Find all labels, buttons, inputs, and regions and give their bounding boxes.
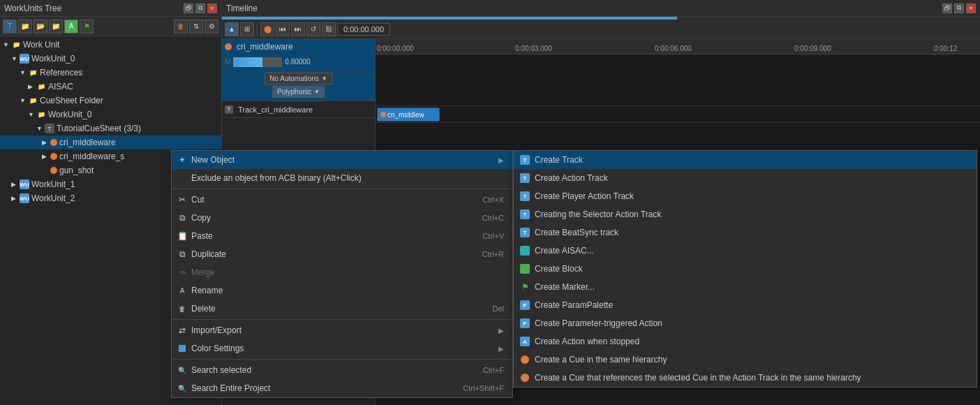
menu-item-exclude-label: Exclude an object from ACB binary (Alt+C… bbox=[191, 173, 362, 183]
create-marker-icon: ⚑ bbox=[519, 281, 530, 293]
submenu-label-create-aisac: Create AISAC... bbox=[535, 246, 594, 256]
import-export-arrow: ▶ bbox=[498, 327, 504, 334]
cue-ref-icon bbox=[519, 372, 530, 383]
selector-sq: T bbox=[520, 209, 530, 219]
menu-item-copy-label: Copy bbox=[191, 213, 211, 223]
submenu-label-action-track: Create Action Track bbox=[535, 173, 608, 183]
menu-item-cut-label: Cut bbox=[191, 195, 205, 205]
submenu-label-create-marker: Create Marker... bbox=[535, 282, 595, 292]
create-block-icon bbox=[519, 263, 530, 274]
submenu-item-cue-ref[interactable]: Create a Cue that references the selecte… bbox=[514, 369, 977, 387]
submenu: T Create Track T Create Action Track T C… bbox=[513, 150, 977, 388]
submenu-item-create-block[interactable]: Create Block bbox=[514, 260, 977, 278]
menu-item-cut[interactable]: Cut Ctrl+X bbox=[172, 191, 512, 209]
new-object-arrow: ▶ bbox=[498, 156, 504, 164]
aisac-sq bbox=[520, 246, 530, 256]
submenu-item-cue-same[interactable]: Create a Cue in the same hierarchy bbox=[514, 351, 977, 369]
color-settings-icon bbox=[177, 344, 187, 353]
color-settings-arrow: ▶ bbox=[498, 345, 504, 353]
cue-ref-dot bbox=[521, 374, 529, 382]
separator-1 bbox=[172, 189, 512, 189]
submenu-item-selector-action-track[interactable]: T Creating the Selector Action Track bbox=[514, 205, 977, 223]
menu-item-color-settings-label: Color Settings bbox=[191, 344, 244, 353]
context-menu: + New Object ▶ Exclude an object from AC… bbox=[171, 150, 513, 398]
menu-item-import-export[interactable]: ⇄ Import/Export ▶ bbox=[172, 321, 512, 339]
menu-item-new-object-label: New Object bbox=[191, 155, 235, 165]
search-entire-icon: 🔍 bbox=[177, 383, 187, 393]
beatsync-track-icon: T bbox=[519, 227, 530, 238]
submenu-label-param-triggered: Create Parameter-triggered Action bbox=[535, 318, 662, 328]
copy-icon bbox=[177, 213, 187, 223]
param-triggered-icon: P bbox=[519, 318, 530, 329]
menu-item-merge-label: Merge bbox=[191, 267, 215, 277]
submenu-item-create-marker[interactable]: ⚑ Create Marker... bbox=[514, 278, 977, 296]
cut-shortcut: Ctrl+X bbox=[482, 196, 504, 204]
cut-icon bbox=[177, 195, 187, 205]
paste-shortcut: Ctrl+V bbox=[482, 232, 504, 240]
duplicate-icon bbox=[177, 249, 187, 259]
menu-item-delete[interactable]: 🗑 Delete Del bbox=[172, 300, 512, 318]
menu-item-search-entire[interactable]: 🔍 Search Entire Project Ctrl+Shift+F bbox=[172, 379, 512, 397]
context-menu-overlay: + New Object ▶ Exclude an object from AC… bbox=[0, 0, 980, 405]
menu-item-rename[interactable]: A Rename bbox=[172, 281, 512, 300]
action-stopped-icon: A bbox=[519, 336, 530, 347]
menu-item-color-settings[interactable]: Color Settings ▶ bbox=[172, 339, 512, 358]
submenu-label-beatsync-track: Create BeatSync track bbox=[535, 228, 618, 237]
submenu-item-create-aisac[interactable]: Create AISAC... bbox=[514, 242, 977, 260]
paste-icon: 📋 bbox=[177, 231, 187, 241]
menu-item-duplicate[interactable]: Duplicate Ctrl+R bbox=[172, 245, 512, 263]
cue-same-dot bbox=[521, 355, 529, 364]
param-palette-sq: P bbox=[520, 300, 530, 310]
submenu-item-param-triggered[interactable]: P Create Parameter-triggered Action bbox=[514, 314, 977, 332]
submenu-label-create-block: Create Block bbox=[535, 264, 583, 274]
menu-item-merge: ⇒ Merge bbox=[172, 263, 512, 281]
menu-item-new-object[interactable]: + New Object ▶ bbox=[172, 151, 512, 169]
submenu-label-cue-ref: Create a Cue that references the selecte… bbox=[535, 373, 861, 383]
merge-icon: ⇒ bbox=[177, 267, 187, 277]
menu-item-copy[interactable]: Copy Ctrl+C bbox=[172, 209, 512, 227]
marker-flag-icon: ⚑ bbox=[521, 282, 529, 292]
search-selected-shortcut: Ctrl+F bbox=[483, 366, 504, 374]
menu-item-paste-label: Paste bbox=[191, 231, 213, 241]
submenu-item-param-palette[interactable]: P Create ParamPalette bbox=[514, 296, 977, 314]
submenu-item-action-track[interactable]: T Create Action Track bbox=[514, 169, 977, 187]
menu-item-duplicate-label: Duplicate bbox=[191, 249, 226, 259]
submenu-item-create-track[interactable]: T Create Track bbox=[514, 151, 977, 169]
param-triggered-sq: P bbox=[520, 318, 530, 328]
separator-3 bbox=[172, 359, 512, 360]
action-stopped-sq: A bbox=[520, 337, 530, 346]
search-selected-icon: 🔍 bbox=[177, 365, 187, 375]
delete-shortcut: Del bbox=[492, 304, 504, 313]
submenu-item-beatsync-track[interactable]: T Create BeatSync track bbox=[514, 223, 977, 242]
menu-item-search-selected-label: Search selected bbox=[191, 365, 251, 375]
search-entire-shortcut: Ctrl+Shift+F bbox=[463, 384, 504, 392]
menu-item-search-selected[interactable]: 🔍 Search selected Ctrl+F bbox=[172, 361, 512, 379]
submenu-item-action-stopped[interactable]: A Create Action when stopped bbox=[514, 332, 977, 351]
submenu-item-player-action-track[interactable]: T Create Player Action Track bbox=[514, 187, 977, 205]
rename-icon: A bbox=[177, 286, 187, 295]
create-track-icon: T bbox=[519, 154, 530, 165]
param-palette-icon: P bbox=[519, 300, 530, 311]
submenu-label-param-palette: Create ParamPalette bbox=[535, 300, 613, 310]
delete-icon: 🗑 bbox=[177, 304, 187, 314]
action-track-sq: T bbox=[520, 173, 530, 183]
cue-same-icon bbox=[519, 354, 530, 365]
submenu-label-player-action-track: Create Player Action Track bbox=[535, 191, 634, 201]
menu-item-rename-label: Rename bbox=[191, 286, 223, 295]
submenu-label-action-stopped: Create Action when stopped bbox=[535, 337, 639, 346]
track-sq-icon: T bbox=[520, 155, 530, 165]
selector-action-track-icon: T bbox=[519, 209, 530, 220]
submenu-label-selector-action-track: Creating the Selector Action Track bbox=[535, 209, 661, 219]
menu-item-paste[interactable]: 📋 Paste Ctrl+V bbox=[172, 227, 512, 245]
separator-2 bbox=[172, 319, 512, 320]
submenu-label-create-track: Create Track bbox=[535, 155, 583, 165]
create-aisac-icon bbox=[519, 245, 530, 256]
player-action-sq: T bbox=[520, 191, 530, 201]
submenu-label-cue-same: Create a Cue in the same hierarchy bbox=[535, 355, 667, 364]
new-object-icon: + bbox=[177, 155, 187, 165]
copy-shortcut: Ctrl+C bbox=[482, 214, 504, 222]
block-sq bbox=[520, 264, 530, 274]
menu-item-exclude[interactable]: Exclude an object from ACB binary (Alt+C… bbox=[172, 169, 512, 187]
duplicate-shortcut: Ctrl+R bbox=[482, 250, 504, 258]
player-action-track-icon: T bbox=[519, 191, 530, 202]
